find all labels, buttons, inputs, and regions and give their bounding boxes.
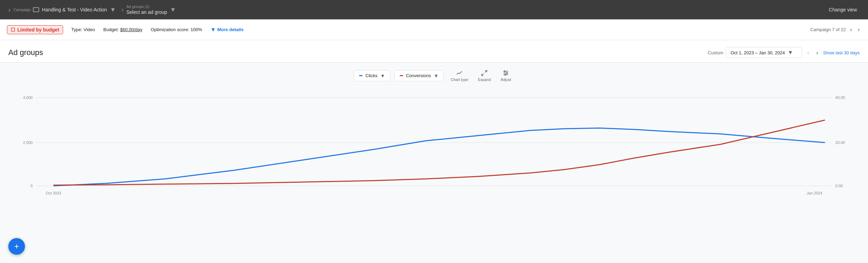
adgroup-breadcrumb-label: Ad groups (1)	[126, 5, 167, 9]
show-last-days-button[interactable]: Show last 30 days	[823, 50, 860, 55]
clicks-line	[53, 128, 825, 186]
y-label-2000: 2,000	[23, 140, 33, 145]
campaign-nav-text: Campaign 7 of 22	[810, 27, 846, 32]
section-title: Ad groups	[8, 48, 708, 57]
budget-label: Budget:	[103, 27, 119, 32]
campaign-dropdown-button[interactable]: ▼	[107, 5, 119, 15]
back-chevron-icon: ›	[8, 6, 11, 14]
chart-controls: Clicks ▼ Conversions ▼ Chart type	[8, 68, 860, 83]
chart-container: 4,000 2,000 0 40.00 20.00 0.00 Oct 2023 …	[8, 87, 860, 198]
budget-info: Budget: $60.00/day	[103, 27, 142, 32]
adjust-label: Adjust	[501, 78, 511, 82]
campaign-name: Handling & Test - Video Action	[42, 7, 107, 12]
adgroup-breadcrumb: Ad groups (1) Select an ad group	[126, 5, 167, 15]
clicks-label: Clicks	[365, 73, 377, 78]
custom-label: Custom	[708, 50, 723, 55]
clicks-dropdown-icon: ▼	[380, 73, 385, 79]
top-navigation-bar: › Campaign Handling & Test - Video Actio…	[0, 0, 868, 19]
breadcrumb-separator-icon: ›	[121, 6, 123, 13]
limited-by-budget-badge: ☐ Limited by budget	[7, 25, 63, 34]
expand-icon	[481, 70, 488, 76]
svg-line-1	[482, 74, 484, 76]
y-label-4000: 4,000	[23, 96, 33, 100]
chart-type-icon	[456, 70, 463, 76]
warning-icon: ☐	[11, 27, 15, 33]
chevron-down-icon-more: ▼	[210, 27, 216, 33]
type-label: Type:	[71, 27, 83, 32]
chart-area: Clicks ▼ Conversions ▼ Chart type	[0, 63, 868, 198]
date-controls: Custom Oct 1, 2023 – Jan 30, 2024 ▼ ‹ › …	[708, 47, 860, 58]
conversions-line	[53, 120, 825, 185]
optimization-info: Optimization score: 100%	[151, 27, 202, 32]
date-next-button[interactable]: ›	[814, 48, 820, 58]
date-prev-button[interactable]: ‹	[805, 48, 811, 58]
svg-line-0	[485, 71, 487, 73]
campaign-breadcrumb: Campaign Handling & Test - Video Action	[14, 7, 107, 12]
limited-badge-text: Limited by budget	[17, 27, 59, 33]
expand-label: Expand	[478, 78, 491, 82]
y-right-label-20: 20.00	[835, 140, 845, 145]
adjust-tool[interactable]: Adjust	[498, 68, 514, 83]
type-value: Video	[84, 27, 95, 32]
svg-point-5	[504, 71, 505, 72]
budget-value[interactable]: $60.00/day	[120, 27, 142, 32]
campaign-prev-button[interactable]: ‹	[849, 25, 853, 35]
section-header: Ad groups Custom Oct 1, 2023 – Jan 30, 2…	[0, 40, 868, 63]
type-info: Type: Video	[71, 27, 95, 32]
x-label-jan: Jan 2024	[807, 191, 822, 195]
x-label-oct: Oct 2023	[46, 191, 61, 195]
change-view-button[interactable]: Change view	[823, 4, 862, 15]
date-picker[interactable]: Oct 1, 2023 – Jan 30, 2024 ▼	[726, 47, 802, 58]
clicks-metric-button[interactable]: Clicks ▼	[354, 70, 390, 81]
info-bar: ☐ Limited by budget Type: Video Budget: …	[0, 19, 868, 40]
chart-type-label: Chart type	[451, 78, 468, 82]
campaign-breadcrumb-label: Campaign	[14, 8, 31, 12]
campaign-navigation: Campaign 7 of 22 ‹ ›	[810, 25, 861, 35]
campaign-next-button[interactable]: ›	[856, 25, 861, 35]
chevron-down-icon-2: ▼	[170, 6, 176, 13]
svg-point-7	[505, 74, 506, 75]
chart-svg: 4,000 2,000 0 40.00 20.00 0.00 Oct 2023 …	[8, 87, 860, 198]
date-picker-dropdown-icon: ▼	[788, 49, 793, 56]
y-right-label-0: 0.00	[835, 184, 843, 188]
clicks-indicator-dot	[359, 75, 363, 76]
campaign-icon	[33, 7, 39, 12]
y-label-0: 0	[31, 184, 33, 188]
conversions-indicator-dot	[400, 75, 403, 76]
optimization-value: 100%	[191, 27, 202, 32]
optimization-label: Optimization score:	[151, 27, 189, 32]
main-content: Ad groups Custom Oct 1, 2023 – Jan 30, 2…	[0, 40, 868, 198]
adgroup-dropdown-button[interactable]: ▼	[167, 5, 179, 15]
conversions-label: Conversions	[406, 73, 431, 78]
chevron-down-icon: ▼	[110, 6, 116, 13]
more-details-label: More details	[217, 27, 244, 32]
more-details-button[interactable]: ▼ More details	[210, 27, 244, 33]
conversions-metric-button[interactable]: Conversions ▼	[394, 70, 444, 81]
svg-point-6	[506, 72, 507, 73]
date-range-text: Oct 1, 2023 – Jan 30, 2024	[730, 50, 785, 55]
conversions-dropdown-icon: ▼	[434, 73, 439, 79]
adgroup-select-label: Select an ad group	[126, 9, 167, 15]
expand-tool[interactable]: Expand	[475, 68, 494, 83]
chart-type-tool[interactable]: Chart type	[448, 68, 471, 83]
adjust-icon	[502, 70, 509, 76]
y-right-label-40: 40.00	[835, 96, 845, 100]
